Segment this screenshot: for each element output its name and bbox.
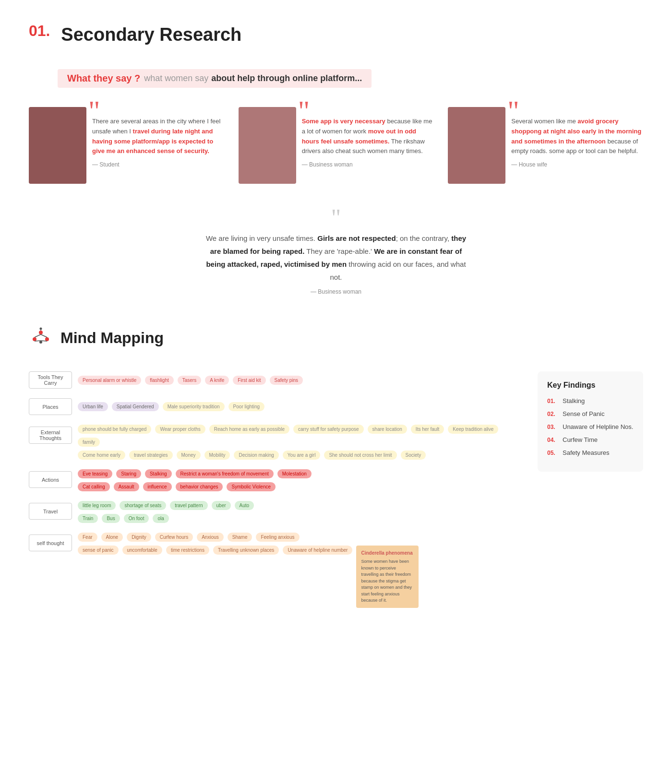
key-finding-item-5: 05. Safety Measures <box>547 449 634 456</box>
mm-tag: ola <box>153 514 168 523</box>
center-attribution: — Business woman <box>202 288 470 295</box>
mm-tag: Train <box>78 514 98 523</box>
quote-image-2 <box>239 107 296 184</box>
page-header: 01. Secondary Research <box>29 19 643 50</box>
svg-line-5 <box>41 334 47 337</box>
page-title: Secondary Research <box>61 24 241 45</box>
mm-tag: Molestation <box>277 469 312 478</box>
mm-tag: Staring <box>116 469 141 478</box>
subtitle-bar: What they say ? what women say about hel… <box>58 69 372 88</box>
mm-tag: behavior changes <box>176 482 223 491</box>
mm-tag: Urban life <box>78 402 108 411</box>
mm-tag: She should not cross her limit <box>324 451 396 460</box>
mm-tag: Society <box>401 451 426 460</box>
svg-line-7 <box>41 341 47 341</box>
center-quote-section: " We are living in very unsafe times. Gi… <box>192 208 480 295</box>
mm-tag: little leg room <box>78 501 116 510</box>
mm-tag: Alone <box>101 533 123 542</box>
svg-point-8 <box>40 328 42 330</box>
kf-number-1: 01. <box>547 398 559 404</box>
mind-map-container: Tools They Carry Personal alarm or whist… <box>29 371 643 618</box>
center-quote-text: We are living in very unsafe times. Girl… <box>202 232 470 284</box>
key-findings-panel: Key Findings 01. Stalking 02. Sense of P… <box>538 371 643 472</box>
quote-mark-1: " <box>88 102 100 119</box>
mm-group-tools: Tools They Carry Personal alarm or whist… <box>29 371 518 389</box>
mind-map-left: Tools They Carry Personal alarm or whist… <box>29 371 518 618</box>
mind-map-title: Mind Mapping <box>60 329 164 347</box>
mm-label-external: External Thoughts <box>29 427 72 444</box>
quote-text-3: Several women like me avoid grocery shop… <box>511 117 643 156</box>
mm-tag: Shame <box>228 533 252 542</box>
quote-mark-2: " <box>298 102 310 119</box>
quote-attribution-2: — Business woman <box>302 161 434 168</box>
mm-tag: uber <box>212 501 231 510</box>
mm-tag: You are a girl <box>283 451 321 460</box>
mm-tag: Fear <box>78 533 97 542</box>
svg-line-6 <box>35 341 41 341</box>
mm-tags-external-1: phone should be fully charged Wear prope… <box>78 425 518 447</box>
mm-tag: Auto <box>235 501 254 510</box>
quote-card-1: " There are several areas in the city wh… <box>29 107 224 184</box>
mm-tag: Eve teasing <box>78 469 112 478</box>
key-finding-item-2: 02. Sense of Panic <box>547 410 634 417</box>
mm-label-actions: Actions <box>29 471 72 488</box>
mm-tags-actions-2: Cat calling Assault influence behavior c… <box>78 482 312 491</box>
center-quote-mark: " <box>202 208 470 227</box>
kf-number-5: 05. <box>547 450 559 456</box>
quote-image-1 <box>29 107 86 184</box>
mm-group-self: self thought Fear Alone Dignity Curfew h… <box>29 533 518 608</box>
svg-point-0 <box>39 331 43 334</box>
mm-tag: family <box>78 438 100 447</box>
mm-tag: Safety pins <box>270 376 303 385</box>
quote-highlight-2: Some app is very necessary <box>302 118 385 125</box>
quote-image-3 <box>448 107 505 184</box>
kf-number-3: 03. <box>547 424 559 430</box>
what-they-say-section: What they say ? what women say about hel… <box>29 69 643 295</box>
mm-tag: Its her fault <box>411 425 444 434</box>
key-finding-item-4: 04. Curfew Time <box>547 436 634 443</box>
mm-tag: On foot <box>124 514 149 523</box>
section-number-bg: 01. <box>29 19 54 50</box>
kf-text-3: Unaware of Helpline Nos. <box>563 423 633 430</box>
mm-tag: Cat calling <box>78 482 110 491</box>
quote-attribution-1: — Student <box>92 161 224 168</box>
mm-tag: Unaware of helpline number <box>283 546 352 555</box>
quote-highlight-2b: move out in odd hours feel unsafe someti… <box>302 128 416 145</box>
quote-content-1: " There are several areas in the city wh… <box>92 107 224 168</box>
mm-tag: Feeling anxious <box>256 533 299 542</box>
mm-tag: Keep tradition alive <box>448 425 498 434</box>
mm-tag: time restrictions <box>166 546 209 555</box>
mm-tag: First aid kit <box>233 376 265 385</box>
mm-tag: Come home early <box>78 451 125 460</box>
quote-content-3: " Several women like me avoid grocery sh… <box>511 107 643 168</box>
mm-tags-external-2: Come home early travel strategies Money … <box>78 451 518 460</box>
quote-highlight-3: avoid grocery shoppong at night also ear… <box>511 118 641 145</box>
mm-label-travel: Travel <box>29 503 72 520</box>
mm-tags-actions-1: Eve teasing Staring Stalking Restrict a … <box>78 469 312 478</box>
mm-tag: Decision making <box>234 451 278 460</box>
section-number-accent: 01. <box>29 23 50 38</box>
mm-tag: flashlight <box>145 376 173 385</box>
mm-tag: Curfew hours <box>155 533 193 542</box>
mm-tag: carry stuff for safety purpose <box>293 425 364 434</box>
mm-group-external: External Thoughts phone should be fully … <box>29 425 518 460</box>
quote-card-3: " Several women like me avoid grocery sh… <box>448 107 643 184</box>
kf-text-5: Safety Measures <box>563 449 610 456</box>
mm-tag: Assault <box>114 482 139 491</box>
mind-title-row: Mind Mapping <box>29 324 643 352</box>
kf-number-4: 04. <box>547 437 559 443</box>
center-bold-1: Girls are not respected <box>317 234 396 242</box>
mm-group-actions: Actions Eve teasing Staring Stalking Res… <box>29 469 518 491</box>
mm-label-places: Places <box>29 398 72 415</box>
mm-tag: Symbolic Violence <box>227 482 276 491</box>
quote-text-2: Some app is very necessary because like … <box>302 117 434 156</box>
mm-tags-travel-2: Train Bus On foot ola <box>78 514 254 523</box>
mm-tag: sense of panic <box>78 546 119 555</box>
quote-content-2: " Some app is very necessary because lik… <box>302 107 434 168</box>
mm-tag: Stalking <box>145 469 172 478</box>
mm-tag: shortage of seats <box>120 501 166 510</box>
mm-label-self: self thought <box>29 535 72 551</box>
mm-tag: Anxious <box>197 533 224 542</box>
mm-tag: Spatial Gendered <box>112 402 159 411</box>
cinderella-title: Cinderella phenomena <box>361 549 414 557</box>
